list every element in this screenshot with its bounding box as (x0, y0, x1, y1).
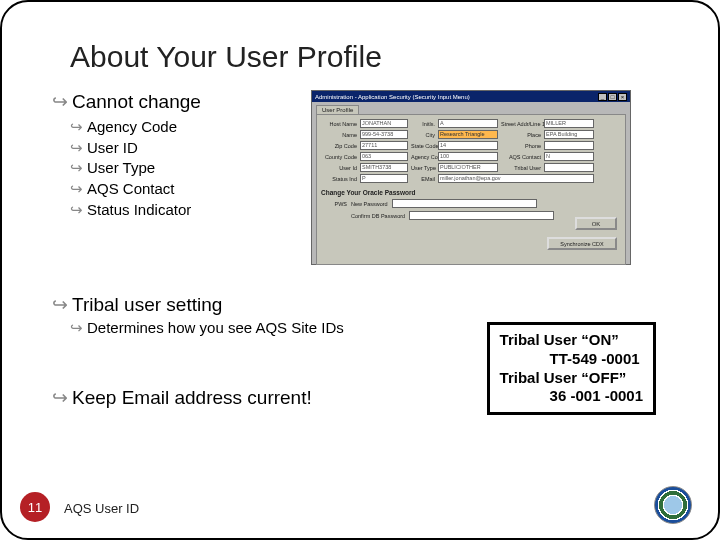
field-phone[interactable] (544, 141, 594, 150)
epa-logo-icon (654, 486, 692, 524)
bullet-cannot-change: ↪Cannot change (52, 90, 297, 114)
bullet-tribal-user: ↪Tribal user setting (52, 293, 668, 317)
label-agency: Agency Code (411, 154, 435, 160)
bullet-arrow-icon: ↪ (70, 159, 83, 178)
label-status: Status Ind (321, 176, 357, 182)
label-state: State Code (411, 143, 435, 149)
label-city: City (411, 132, 435, 138)
sync-button[interactable]: Synchronize CDX (547, 237, 617, 250)
field-agency[interactable]: 100 (438, 152, 498, 161)
row-new-password: PWS New Password (321, 199, 621, 208)
field-host[interactable]: JONATHAN (360, 119, 408, 128)
bullet-aqs-contact: ↪AQS Contact (70, 180, 297, 199)
bullet-status-indicator: ↪Status Indicator (70, 201, 297, 220)
label-aqs: AQS Contact (501, 154, 541, 160)
bullet-arrow-icon: ↪ (70, 118, 83, 137)
label-email: EMail (411, 176, 435, 182)
bullet-arrow-icon: ↪ (52, 293, 68, 317)
section-change-password: Change Your Oracle Password (321, 189, 621, 196)
bullet-user-id: ↪User ID (70, 139, 297, 158)
field-userid[interactable]: SMITH3738 (360, 163, 408, 172)
field-confirm-password[interactable] (409, 211, 554, 220)
field-tribal[interactable] (544, 163, 594, 172)
tab-bar: User Profile (316, 105, 630, 114)
field-street1[interactable]: EPA Building (544, 130, 594, 139)
field-name[interactable]: 999-54-3738 (360, 130, 408, 139)
callout-box: Tribal User “ON” TT-549 -0001 Tribal Use… (487, 322, 656, 415)
label-county: County Code (321, 154, 357, 160)
field-zip[interactable]: 27711 (360, 141, 408, 150)
bullet-user-type: ↪User Type (70, 159, 297, 178)
field-new-password[interactable] (392, 199, 537, 208)
field-status[interactable]: P (360, 174, 408, 183)
right-column: Administration - Application Security (S… (311, 90, 668, 265)
minimize-icon[interactable]: _ (598, 93, 607, 101)
ok-button[interactable]: OK (575, 217, 617, 230)
label-tribal: Tribal User (501, 165, 541, 171)
label-zip: Zip Code (321, 143, 357, 149)
callout-off-value: 36 -001 -0001 (550, 387, 643, 406)
bullet-arrow-icon: ↪ (70, 319, 83, 338)
left-column: ↪Cannot change ↪Agency Code ↪User ID ↪Us… (52, 90, 297, 265)
field-aqs[interactable]: N (544, 152, 594, 161)
label-initl: Initls. (411, 121, 435, 127)
bullet-arrow-icon: ↪ (70, 139, 83, 158)
label-userid: User Id (321, 165, 357, 171)
hint-new-password: New Password (351, 201, 388, 207)
form-panel: Host Name JONATHAN Initls. A Street Addr… (316, 114, 626, 265)
hint-confirm-password: Confirm DB Password (351, 213, 405, 219)
label-usertype: User Type (411, 165, 435, 171)
maximize-icon[interactable]: □ (608, 93, 617, 101)
label-name: Name (321, 132, 357, 138)
window-buttons: _ □ × (598, 93, 627, 101)
label-phone: Phone (501, 143, 541, 149)
callout-on-label: Tribal User “ON” (500, 331, 643, 350)
window-titlebar: Administration - Application Security (S… (312, 91, 630, 102)
bullet-arrow-icon: ↪ (52, 90, 68, 114)
field-email[interactable]: miller.jonathan@epa.gov (438, 174, 594, 183)
field-initl[interactable]: A (438, 119, 498, 128)
field-usertype[interactable]: PUBLIC/OTHER (438, 163, 498, 172)
window-title: Administration - Application Security (S… (315, 94, 470, 100)
field-state[interactable]: 14 (438, 141, 498, 150)
bullet-arrow-icon: ↪ (70, 201, 83, 220)
slide-frame: About Your User Profile ↪Cannot change ↪… (0, 0, 720, 540)
screenshot-dialog: Administration - Application Security (S… (311, 90, 631, 265)
slide-title: About Your User Profile (70, 40, 668, 74)
label-host: Host Name (321, 121, 357, 127)
bullet-arrow-icon: ↪ (52, 386, 68, 410)
label-street1: Street Addr/Line 1 (501, 121, 541, 127)
close-icon[interactable]: × (618, 93, 627, 101)
page-number-badge: 11 (20, 492, 50, 522)
bullet-agency-code: ↪Agency Code (70, 118, 297, 137)
body-row: ↪Cannot change ↪Agency Code ↪User ID ↪Us… (52, 90, 668, 265)
bullet-arrow-icon: ↪ (70, 180, 83, 199)
tab-user-profile[interactable]: User Profile (316, 105, 359, 114)
callout-off-label: Tribal User “OFF” (500, 369, 643, 388)
label-pws: PWS (321, 201, 347, 207)
form-grid: Host Name JONATHAN Initls. A Street Addr… (321, 119, 621, 183)
field-street2[interactable]: MILLER (544, 119, 594, 128)
label-street2: Place (501, 132, 541, 138)
field-city[interactable]: Research Triangle (438, 130, 498, 139)
callout-on-value: TT-549 -0001 (550, 350, 643, 369)
footer-text: AQS User ID (64, 501, 139, 516)
field-county[interactable]: 063 (360, 152, 408, 161)
